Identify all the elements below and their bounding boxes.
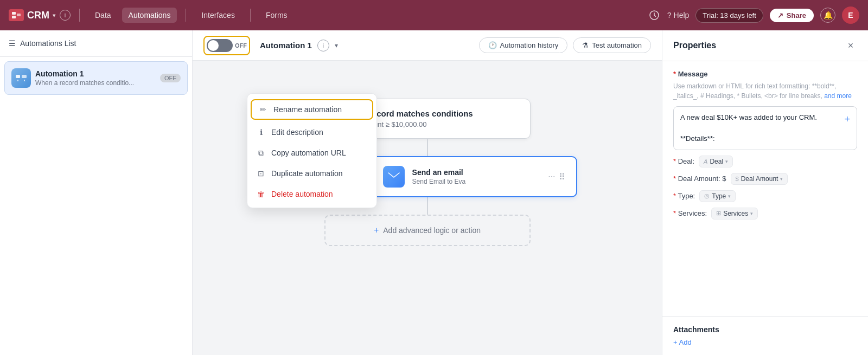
- email-action-title: Send an email: [412, 168, 541, 177]
- nav-item-forms[interactable]: Forms: [259, 8, 294, 23]
- nav-divider-3: [250, 9, 251, 22]
- services-label: * Services:: [673, 209, 707, 217]
- app-info-icon[interactable]: i: [60, 10, 71, 21]
- nav-divider: [79, 9, 80, 22]
- context-dropdown-menu: ✏ Rename automation ℹ Edit description ⧉…: [247, 93, 377, 208]
- history-button[interactable]: 🕐 Automation history: [479, 37, 568, 53]
- add-action-label: Add advanced logic or action: [383, 226, 481, 235]
- content-toolbar: OFF Automation 1 i ▾ 🕐 Automation histor…: [193, 30, 662, 61]
- sidebar-item-info: Automation 1 When a record matches condi…: [35, 69, 156, 87]
- add-attachment-button[interactable]: + Add: [673, 338, 857, 346]
- sidebar: ☰ Automations List Automation 1 When a r…: [0, 30, 193, 355]
- hint-link[interactable]: and more: [824, 92, 852, 100]
- deal-chip-icon: A: [704, 158, 707, 165]
- duplicate-icon: ⊡: [256, 169, 266, 178]
- dropdown-item-copy-url[interactable]: ⧉ Copy automation URL: [247, 143, 376, 163]
- test-automation-button[interactable]: ⚗ Test automation: [573, 37, 651, 53]
- dropdown-item-edit-desc[interactable]: ℹ Edit description: [247, 122, 376, 143]
- email-actions: ··· ⠿: [548, 172, 565, 182]
- svg-rect-4: [16, 75, 20, 78]
- history-icon[interactable]: [648, 9, 661, 22]
- sidebar-item-badge: OFF: [160, 74, 181, 82]
- services-field-row: * Services: ⊞ Services ▾: [673, 208, 857, 220]
- user-avatar[interactable]: E: [842, 7, 859, 24]
- nav-item-automations[interactable]: Automations: [122, 8, 177, 23]
- app-chevron-icon[interactable]: ▾: [53, 12, 55, 18]
- message-value-text: A new deal $10K+ was added to your CRM.: [680, 113, 817, 121]
- message-label-text: Message: [678, 70, 708, 78]
- svg-rect-5: [22, 75, 27, 78]
- dropdown-delete-label: Delete automation: [271, 190, 333, 198]
- automation-chevron-icon[interactable]: ▾: [335, 42, 338, 49]
- drag-handle-icon[interactable]: ⠿: [559, 172, 565, 182]
- pencil-icon: ✏: [258, 105, 268, 114]
- help-button[interactable]: ? Help: [667, 11, 690, 20]
- services-chip[interactable]: ⊞ Services ▾: [711, 208, 758, 220]
- main-layout: ☰ Automations List Automation 1 When a r…: [0, 30, 868, 355]
- type-chip[interactable]: ◎ Type ▾: [699, 190, 736, 202]
- share-button[interactable]: ↗ Share: [770, 9, 814, 22]
- email-icon: [383, 166, 405, 188]
- dropdown-copy-url-label: Copy automation URL: [271, 149, 346, 157]
- logo-icon: [9, 9, 24, 21]
- properties-close-button[interactable]: ×: [844, 39, 857, 52]
- message-text-box[interactable]: A new deal $10K+ was added to your CRM. …: [673, 106, 857, 150]
- add-action-card[interactable]: + Add advanced logic or action: [324, 215, 531, 246]
- top-navigation: CRM ▾ i Data Automations Interfaces Form…: [0, 0, 868, 30]
- nav-item-interfaces[interactable]: Interfaces: [195, 8, 241, 23]
- dropdown-edit-desc-label: Edit description: [271, 128, 323, 137]
- test-button-label: Test automation: [592, 41, 642, 49]
- trash-icon: 🗑: [256, 189, 266, 199]
- sidebar-header: ☰ Automations List: [0, 30, 192, 57]
- toggle-switch[interactable]: [207, 39, 233, 52]
- svg-rect-1: [12, 16, 16, 18]
- notification-icon[interactable]: 🔔: [820, 8, 835, 23]
- history-button-label: Automation history: [500, 41, 559, 49]
- content-area: OFF Automation 1 i ▾ 🕐 Automation histor…: [193, 30, 662, 355]
- copy-icon: ⧉: [256, 148, 266, 158]
- dropdown-item-duplicate[interactable]: ⊡ Duplicate automation: [247, 163, 376, 184]
- circle-chip-icon: ◎: [704, 192, 710, 199]
- more-dots-icon[interactable]: ···: [548, 172, 555, 182]
- message-add-icon[interactable]: +: [844, 112, 850, 127]
- app-logo[interactable]: CRM ▾: [9, 9, 55, 21]
- properties-panel: Properties × * Message Use markdown or H…: [662, 30, 868, 355]
- properties-header: Properties ×: [662, 30, 868, 61]
- deal-amount-chip-value: Deal Amount: [741, 175, 778, 183]
- sidebar-header-label: Automations List: [20, 39, 76, 48]
- automation-canvas: ✏ Rename automation ℹ Edit description ⧉…: [193, 61, 662, 355]
- toggle-label: OFF: [235, 42, 247, 49]
- deal-amount-label-text: Deal Amount: $: [678, 175, 726, 183]
- toggle-knob: [208, 40, 219, 51]
- automation-info-icon[interactable]: i: [317, 40, 329, 51]
- email-action-card[interactable]: Send an email Send Email to Eva ··· ⠿: [371, 156, 577, 197]
- automation-name: Automation 1: [260, 41, 312, 50]
- help-label: Help: [674, 11, 690, 20]
- deal-amount-label: * Deal Amount: $: [673, 175, 726, 183]
- app-name-label: CRM: [27, 10, 49, 21]
- test-icon: ⚗: [582, 41, 589, 49]
- dropdown-rename-label: Rename automation: [273, 105, 342, 114]
- nav-item-data[interactable]: Data: [88, 8, 118, 23]
- share-icon: ↗: [777, 11, 783, 20]
- deal-amount-field-row: * Deal Amount: $ $ Deal Amount ▾: [673, 173, 857, 185]
- type-chip-value: Type: [712, 192, 726, 200]
- type-label-text: Type:: [678, 192, 695, 200]
- type-chip-chevron: ▾: [728, 193, 731, 199]
- connector-line-2: [427, 197, 428, 215]
- services-chip-chevron: ▾: [750, 211, 753, 216]
- deal-chip-chevron: ▾: [725, 159, 728, 164]
- deal-amount-chip[interactable]: $ Deal Amount ▾: [731, 173, 788, 185]
- dropdown-item-rename[interactable]: ✏ Rename automation: [251, 99, 373, 120]
- message-field-label: * Message: [673, 70, 857, 78]
- sidebar-menu-icon: ☰: [9, 39, 16, 48]
- sidebar-item-icon: [11, 68, 31, 88]
- message-field-hint: Use markdown or HTML for rich text forma…: [673, 81, 857, 101]
- deal-chip[interactable]: A Deal ▾: [699, 156, 733, 167]
- grid-chip-icon: ⊞: [716, 210, 721, 217]
- nav-divider-2: [186, 9, 186, 22]
- sidebar-item-automation1[interactable]: Automation 1 When a record matches condi…: [4, 61, 188, 95]
- dropdown-item-delete[interactable]: 🗑 Delete automation: [247, 184, 376, 204]
- toggle-container[interactable]: OFF: [203, 36, 250, 55]
- type-label: * Type:: [673, 192, 695, 200]
